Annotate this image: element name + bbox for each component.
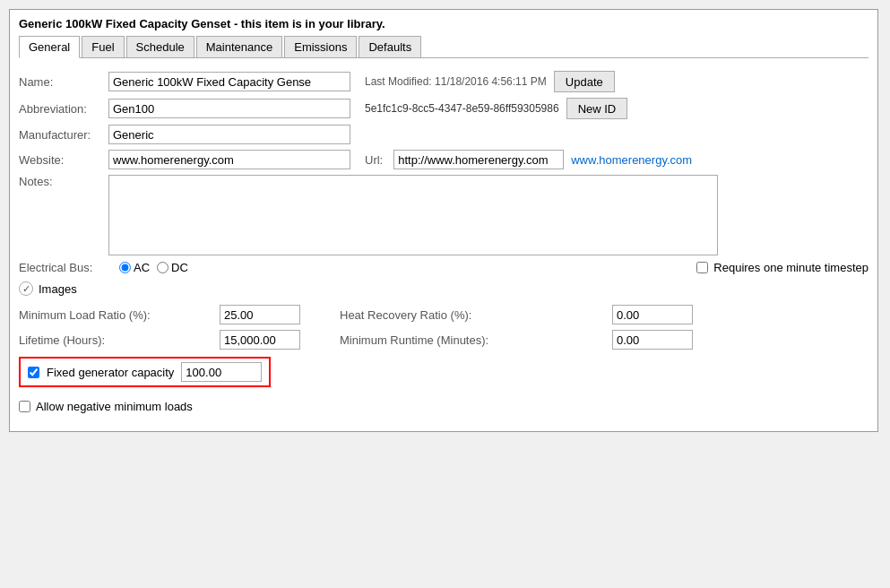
- fixed-capacity-checkbox[interactable]: [28, 367, 39, 378]
- name-row: Name: Last Modified: 11/18/2016 4:56:11 …: [19, 71, 868, 92]
- manufacturer-row: Manufacturer:: [19, 125, 868, 144]
- tab-schedule[interactable]: Schedule: [126, 36, 194, 57]
- website-right: Url: www.homerenergy.com: [365, 150, 692, 169]
- min-runtime-label: Minimum Runtime (Minutes):: [340, 333, 609, 347]
- abbreviation-input[interactable]: [108, 99, 350, 118]
- images-section: ✓ Images: [19, 281, 868, 296]
- tab-general[interactable]: General: [19, 36, 80, 58]
- main-panel: Generic 100kW Fixed Capacity Genset - th…: [9, 9, 878, 432]
- tab-maintenance[interactable]: Maintenance: [196, 36, 282, 57]
- allow-negative-row: Allow negative minimum loads: [19, 400, 868, 413]
- page-title: Generic 100kW Fixed Capacity Genset - th…: [19, 17, 868, 30]
- name-right: Last Modified: 11/18/2016 4:56:11 PM Upd…: [365, 71, 615, 92]
- dc-radio[interactable]: [157, 262, 168, 273]
- electrical-bus-label: Electrical Bus:: [19, 261, 108, 274]
- website-input[interactable]: [108, 150, 350, 169]
- ac-radio-label[interactable]: AC: [119, 261, 150, 274]
- images-chevron-icon[interactable]: ✓: [19, 281, 33, 296]
- abbreviation-row: Abbreviation: 5e1fc1c9-8cc5-4347-8e59-86…: [19, 98, 868, 119]
- url-link[interactable]: www.homerenergy.com: [571, 153, 692, 167]
- update-button[interactable]: Update: [554, 71, 615, 92]
- url-label: Url:: [365, 153, 383, 167]
- allow-negative-checkbox[interactable]: [19, 401, 30, 412]
- abbreviation-right: 5e1fc1c9-8cc5-4347-8e59-86ff59305986 New…: [365, 98, 627, 119]
- lifetime-label: Lifetime (Hours):: [19, 333, 216, 347]
- heat-recovery-input[interactable]: [612, 305, 693, 324]
- lifetime-input[interactable]: [220, 330, 300, 350]
- fixed-capacity-row: Fixed generator capacity: [19, 357, 271, 387]
- ac-label: AC: [134, 261, 150, 274]
- manufacturer-label: Manufacturer:: [19, 128, 108, 142]
- electrical-bus-left: Electrical Bus: AC DC: [19, 261, 188, 274]
- url-input[interactable]: [393, 150, 564, 169]
- dc-radio-label[interactable]: DC: [157, 261, 188, 274]
- tab-bar: General Fuel Schedule Maintenance Emissi…: [19, 36, 868, 58]
- last-modified-label: Last Modified: 11/18/2016 4:56:11 PM: [365, 75, 547, 88]
- fixed-capacity-input[interactable]: [181, 362, 262, 382]
- notes-label: Notes:: [19, 175, 108, 188]
- website-row: Website: Url: www.homerenergy.com: [19, 150, 868, 169]
- heat-recovery-label: Heat Recovery Ratio (%):: [340, 308, 609, 322]
- tab-defaults[interactable]: Defaults: [359, 36, 421, 57]
- allow-negative-label: Allow negative minimum loads: [36, 400, 193, 413]
- tab-fuel[interactable]: Fuel: [82, 36, 124, 57]
- bus-radio-group: AC DC: [119, 261, 188, 274]
- min-load-input[interactable]: [220, 305, 300, 324]
- name-label: Name:: [19, 75, 108, 89]
- requires-checkbox[interactable]: [696, 262, 708, 273]
- name-input[interactable]: [108, 72, 350, 91]
- requires-row: Requires one minute timestep: [696, 261, 868, 274]
- new-id-button[interactable]: New ID: [566, 98, 628, 119]
- tab-emissions[interactable]: Emissions: [284, 36, 357, 57]
- abbreviation-label: Abbreviation:: [19, 102, 108, 116]
- min-runtime-input[interactable]: [612, 330, 693, 350]
- notes-row: Notes:: [19, 175, 868, 255]
- requires-label: Requires one minute timestep: [713, 261, 868, 274]
- min-load-label: Minimum Load Ratio (%):: [19, 308, 216, 322]
- ac-radio[interactable]: [119, 262, 131, 273]
- fixed-capacity-label: Fixed generator capacity: [47, 366, 174, 379]
- general-form: Name: Last Modified: 11/18/2016 4:56:11 …: [19, 67, 868, 417]
- manufacturer-input[interactable]: [108, 125, 350, 144]
- images-label: Images: [39, 282, 77, 296]
- guid-text: 5e1fc1c9-8cc5-4347-8e59-86ff59305986: [365, 102, 559, 115]
- notes-input[interactable]: [108, 175, 718, 255]
- electrical-bus-section: Electrical Bus: AC DC Requires one minut…: [19, 261, 868, 274]
- dc-label: DC: [171, 261, 188, 274]
- params-grid: Minimum Load Ratio (%): Heat Recovery Ra…: [19, 305, 868, 350]
- website-label: Website:: [19, 153, 108, 167]
